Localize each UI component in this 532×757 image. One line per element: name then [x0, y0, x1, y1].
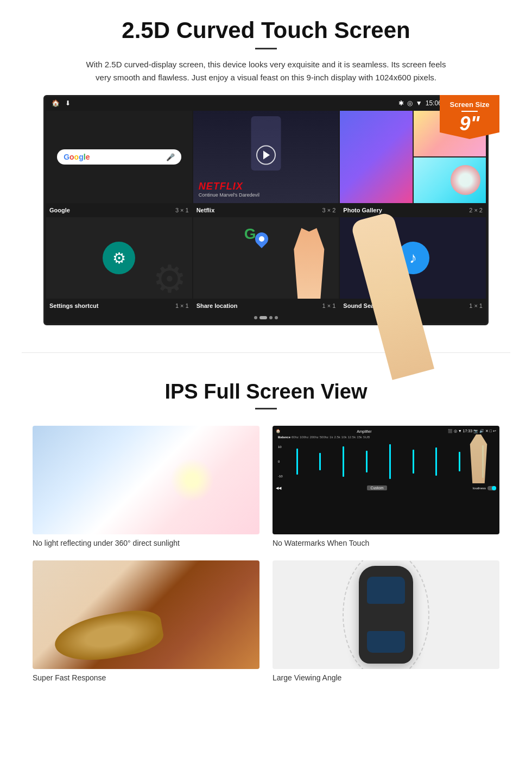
settings-label: Settings shortcut 1 × 1: [46, 301, 192, 310]
car-trunk: [367, 631, 405, 653]
dot-2-active: [259, 316, 267, 319]
feature-sunlight: No light reflecting under 360° direct su…: [33, 426, 259, 547]
share-label-name: Share location: [197, 302, 238, 309]
section-curved-screen: 2.5D Curved Touch Screen With 2.5D curve…: [0, 0, 532, 336]
car-view: [273, 560, 499, 669]
sky-gradient: [33, 426, 259, 534]
android-screen: 🏠 ⬇ ✱ ◎ ▼ 15:06 📷 🔊 ✕ □: [43, 95, 489, 325]
eq-label-100: 100hz: [300, 436, 308, 439]
netflix-subtitle: Continue Marvel's Daredevil: [199, 192, 334, 198]
amplifier-image-box: 🏠 Amplifier ⬛ ◎ ▼ 17:33 📷 🔊 ✕ □ ↩ Balanc…: [273, 426, 499, 534]
settings-bg-icon: ⚙: [153, 257, 187, 299]
loudness-label: loudness: [473, 487, 486, 490]
play-button[interactable]: [256, 145, 276, 165]
amplifier-screen: 🏠 Amplifier ⬛ ◎ ▼ 17:33 📷 🔊 ✕ □ ↩ Balanc…: [273, 426, 499, 534]
screen-size-badge: Screen Size 9": [440, 95, 499, 139]
amp-back-arrow: ◀◀: [276, 486, 281, 490]
sound-label-name: Sound Search: [343, 302, 383, 309]
google-search-bar[interactable]: Google 🎤: [57, 149, 181, 165]
feature-grid: No light reflecting under 360° direct su…: [33, 426, 499, 682]
status-bar-left: 🏠 ⬇: [52, 99, 71, 107]
netflix-logo: NETFLIX: [199, 181, 334, 192]
settings-label-name: Settings shortcut: [49, 302, 98, 309]
eq-label-10k: 10k: [341, 436, 347, 439]
microphone-icon: 🎤: [166, 153, 175, 161]
eq-label-sub: SUB: [363, 436, 370, 439]
amp-icons: ⬛ ◎ ▼ 17:33 📷 🔊 ✕ □ ↩: [448, 429, 496, 433]
badge-size-value: 9": [459, 112, 479, 135]
gallery-img-1: [340, 111, 412, 203]
eq-label-500: 500hz: [320, 436, 328, 439]
feature-cheetah: Super Fast Response: [33, 560, 259, 682]
eq-label-200: 200hz: [309, 436, 318, 439]
home-icon: 🏠: [52, 99, 60, 107]
feature-car: Large Viewing Angle: [273, 560, 499, 682]
badge-divider: [461, 111, 478, 112]
section-divider: [22, 352, 510, 353]
toggle-track[interactable]: [487, 486, 496, 490]
balance-label: Balance: [278, 436, 290, 439]
eq-label-2k: 2.5k: [334, 436, 340, 439]
app-labels-row1: Google 3 × 1 Netflix 3 × 2 Photo Gallery…: [45, 204, 487, 216]
share-location-cell[interactable]: G: [193, 217, 339, 299]
location-icon: ◎: [407, 99, 413, 107]
eq-faders: [286, 440, 494, 483]
settings-app-cell[interactable]: ⚙ ⚙: [46, 217, 192, 299]
app-labels-row2: Settings shortcut 1 × 1 Share location 1…: [45, 300, 487, 312]
eq-labels: Balance 60hz 100hz 200hz 500hz 1k 2.5k 1…: [276, 436, 496, 439]
dot-1: [254, 316, 257, 319]
google-label-size: 3 × 1: [175, 207, 189, 213]
eq-bar-6: [402, 440, 425, 483]
g-letter: G: [244, 225, 256, 243]
share-label-size: 1 × 1: [322, 302, 336, 309]
app-grid-bottom: ⚙ ⚙ G ♪: [45, 216, 487, 300]
bluetooth-icon: ✱: [398, 99, 404, 107]
netflix-label-size: 3 × 2: [322, 207, 336, 213]
flower-image: [451, 165, 480, 195]
eq-label-12k: 12.5k: [347, 436, 356, 439]
amp-home: 🏠: [276, 429, 281, 433]
custom-btn: Custom: [367, 485, 387, 490]
amp-header: 🏠 Amplifier ⬛ ◎ ▼ 17:33 📷 🔊 ✕ □ ↩: [276, 429, 496, 433]
car-caption: Large Viewing Angle: [273, 673, 499, 682]
cheetah-image-box: [33, 560, 259, 669]
play-triangle: [263, 150, 270, 159]
dot-4: [275, 316, 278, 319]
section1-description: With 2.5D curved-display screen, this de…: [81, 58, 451, 84]
cheetah-caption: Super Fast Response: [33, 673, 259, 682]
netflix-app-cell[interactable]: NETFLIX Continue Marvel's Daredevil: [193, 111, 339, 203]
eq-bar-8: [448, 440, 471, 483]
usb-icon: ⬇: [65, 99, 71, 107]
status-bar: 🏠 ⬇ ✱ ◎ ▼ 15:06 📷 🔊 ✕ □: [45, 97, 487, 110]
toggle-thumb: [492, 486, 496, 490]
eq-bar-4: [356, 440, 378, 483]
google-app-cell[interactable]: Google 🎤: [46, 111, 192, 203]
eq-bar-5: [379, 440, 401, 483]
car-image-box: [273, 560, 499, 669]
cheetah-bg: [33, 560, 259, 669]
section2-title: IPS Full Screen View: [33, 380, 499, 403]
eq-label-15k: 15k: [357, 436, 362, 439]
feature-watermark: 🏠 Amplifier ⬛ ◎ ▼ 17:33 📷 🔊 ✕ □ ↩ Balanc…: [273, 426, 499, 547]
hand-image: [290, 228, 328, 299]
settings-icon: ⚙: [103, 242, 135, 274]
sunburst: [170, 458, 214, 502]
google-label-name: Google: [49, 207, 70, 213]
sound-label-size: 1 × 1: [469, 302, 483, 309]
car-body: [359, 566, 413, 664]
eq-bar-2: [309, 440, 331, 483]
sound-search-cell[interactable]: ♪: [340, 217, 486, 299]
sunlight-image-box: [33, 426, 259, 534]
gallery-label: Photo Gallery 2 × 2: [340, 206, 486, 215]
section-ips: IPS Full Screen View No light reflecting…: [0, 369, 532, 698]
watermark-caption: No Watermarks When Touch: [273, 539, 499, 547]
loudness-toggle: loudness: [473, 486, 496, 490]
car-windshield: [367, 577, 405, 604]
sunlight-caption: No light reflecting under 360° direct su…: [33, 539, 259, 547]
eq-bars-container: 100-10: [276, 440, 496, 483]
eq-bar-7: [426, 440, 448, 483]
cheetah-body: [52, 605, 166, 667]
gallery-label-size: 2 × 2: [469, 207, 483, 213]
title-underline: [255, 48, 277, 49]
google-logo: Google: [64, 153, 90, 161]
